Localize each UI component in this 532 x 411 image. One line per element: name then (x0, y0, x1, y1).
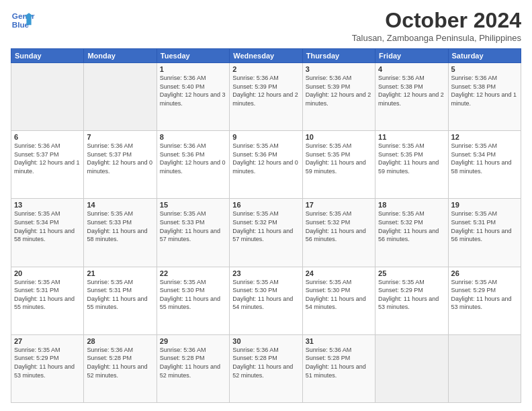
calendar-week-row: 20Sunrise: 5:35 AMSunset: 5:31 PMDayligh… (11, 267, 521, 334)
day-info: Sunrise: 5:35 AMSunset: 5:30 PMDaylight:… (306, 278, 372, 312)
day-info: Sunrise: 5:36 AMSunset: 5:36 PMDaylight:… (160, 142, 226, 175)
calendar-table: SundayMondayTuesdayWednesdayThursdayFrid… (11, 48, 521, 403)
day-number: 5 (451, 65, 518, 73)
calendar-cell: 25Sunrise: 5:35 AMSunset: 5:29 PMDayligh… (375, 267, 448, 334)
calendar-cell (84, 63, 157, 131)
calendar-cell: 5Sunrise: 5:36 AMSunset: 5:38 PMDaylight… (448, 63, 521, 131)
day-info: Sunrise: 5:35 AMSunset: 5:33 PMDaylight:… (160, 210, 226, 243)
day-info: Sunrise: 5:35 AMSunset: 5:33 PMDaylight:… (87, 210, 153, 243)
day-info: Sunrise: 5:35 AMSunset: 5:29 PMDaylight:… (378, 278, 445, 312)
calendar-cell (11, 63, 84, 131)
day-number: 22 (160, 269, 226, 277)
day-number: 21 (87, 269, 153, 277)
day-number: 10 (306, 133, 372, 141)
calendar-cell: 27Sunrise: 5:35 AMSunset: 5:29 PMDayligh… (11, 334, 84, 402)
day-info: Sunrise: 5:35 AMSunset: 5:29 PMDaylight:… (451, 278, 518, 312)
title-block: October 2024 Talusan, Zamboanga Peninsul… (352, 8, 521, 43)
day-number: 28 (87, 337, 153, 345)
calendar-cell: 7Sunrise: 5:36 AMSunset: 5:37 PMDaylight… (84, 131, 157, 199)
day-info: Sunrise: 5:36 AMSunset: 5:37 PMDaylight:… (87, 142, 153, 175)
day-number: 11 (378, 133, 445, 141)
day-number: 14 (87, 201, 153, 209)
calendar-cell: 18Sunrise: 5:35 AMSunset: 5:32 PMDayligh… (375, 199, 448, 267)
calendar-day-header: Wednesday (230, 49, 302, 63)
calendar-week-row: 27Sunrise: 5:35 AMSunset: 5:29 PMDayligh… (11, 334, 521, 402)
day-number: 24 (306, 269, 372, 277)
day-number: 31 (306, 337, 372, 345)
day-number: 13 (14, 201, 81, 209)
day-info: Sunrise: 5:36 AMSunset: 5:37 PMDaylight:… (14, 142, 81, 175)
day-info: Sunrise: 5:35 AMSunset: 5:35 PMDaylight:… (378, 142, 445, 175)
day-info: Sunrise: 5:36 AMSunset: 5:38 PMDaylight:… (378, 74, 445, 107)
location-subtitle: Talusan, Zamboanga Peninsula, Philippine… (352, 33, 521, 43)
day-info: Sunrise: 5:35 AMSunset: 5:31 PMDaylight:… (451, 210, 518, 243)
day-number: 30 (232, 337, 299, 345)
calendar-cell: 16Sunrise: 5:35 AMSunset: 5:32 PMDayligh… (230, 199, 302, 267)
page: General Blue October 2024 Talusan, Zambo… (0, 0, 532, 411)
calendar-cell: 28Sunrise: 5:36 AMSunset: 5:28 PMDayligh… (84, 334, 157, 402)
calendar-cell: 1Sunrise: 5:36 AMSunset: 5:40 PMDaylight… (157, 63, 229, 131)
calendar-cell: 8Sunrise: 5:36 AMSunset: 5:36 PMDaylight… (157, 131, 229, 199)
day-info: Sunrise: 5:35 AMSunset: 5:34 PMDaylight:… (14, 210, 81, 243)
month-year-title: October 2024 (352, 8, 521, 33)
calendar-cell: 14Sunrise: 5:35 AMSunset: 5:33 PMDayligh… (84, 199, 157, 267)
calendar-cell: 26Sunrise: 5:35 AMSunset: 5:29 PMDayligh… (448, 267, 521, 334)
day-info: Sunrise: 5:35 AMSunset: 5:29 PMDaylight:… (14, 346, 81, 379)
calendar-cell: 15Sunrise: 5:35 AMSunset: 5:33 PMDayligh… (157, 199, 229, 267)
calendar-day-header: Sunday (11, 49, 84, 63)
calendar-day-header: Monday (84, 49, 157, 63)
day-number: 1 (160, 65, 226, 73)
day-number: 2 (232, 65, 299, 73)
calendar-day-header: Thursday (302, 49, 375, 63)
header: General Blue October 2024 Talusan, Zambo… (11, 8, 521, 43)
day-info: Sunrise: 5:36 AMSunset: 5:38 PMDaylight:… (451, 74, 518, 107)
calendar-cell: 6Sunrise: 5:36 AMSunset: 5:37 PMDaylight… (11, 131, 84, 199)
day-info: Sunrise: 5:35 AMSunset: 5:30 PMDaylight:… (232, 278, 299, 312)
day-number: 17 (306, 201, 372, 209)
calendar-cell: 19Sunrise: 5:35 AMSunset: 5:31 PMDayligh… (448, 199, 521, 267)
day-number: 20 (14, 269, 81, 277)
calendar-cell: 29Sunrise: 5:36 AMSunset: 5:28 PMDayligh… (157, 334, 229, 402)
calendar-cell: 4Sunrise: 5:36 AMSunset: 5:38 PMDaylight… (375, 63, 448, 131)
day-info: Sunrise: 5:36 AMSunset: 5:28 PMDaylight:… (160, 346, 226, 379)
calendar-cell (448, 334, 521, 402)
day-number: 15 (160, 201, 226, 209)
day-number: 16 (232, 201, 299, 209)
calendar-cell: 10Sunrise: 5:35 AMSunset: 5:35 PMDayligh… (302, 131, 375, 199)
calendar-week-row: 13Sunrise: 5:35 AMSunset: 5:34 PMDayligh… (11, 199, 521, 267)
day-info: Sunrise: 5:35 AMSunset: 5:32 PMDaylight:… (306, 210, 372, 243)
calendar-header-row: SundayMondayTuesdayWednesdayThursdayFrid… (11, 49, 521, 63)
day-number: 19 (451, 201, 518, 209)
logo: General Blue (11, 8, 35, 32)
calendar-cell: 21Sunrise: 5:35 AMSunset: 5:31 PMDayligh… (84, 267, 157, 334)
day-number: 4 (378, 65, 445, 73)
calendar-day-header: Saturday (448, 49, 521, 63)
calendar-week-row: 6Sunrise: 5:36 AMSunset: 5:37 PMDaylight… (11, 131, 521, 199)
calendar-cell: 30Sunrise: 5:36 AMSunset: 5:28 PMDayligh… (230, 334, 302, 402)
day-info: Sunrise: 5:35 AMSunset: 5:31 PMDaylight:… (14, 278, 81, 312)
calendar-cell: 2Sunrise: 5:36 AMSunset: 5:39 PMDaylight… (230, 63, 302, 131)
calendar-cell: 11Sunrise: 5:35 AMSunset: 5:35 PMDayligh… (375, 131, 448, 199)
calendar-day-header: Tuesday (157, 49, 229, 63)
day-info: Sunrise: 5:36 AMSunset: 5:28 PMDaylight:… (306, 346, 372, 379)
day-info: Sunrise: 5:36 AMSunset: 5:40 PMDaylight:… (160, 74, 226, 107)
logo-icon: General Blue (11, 8, 35, 32)
day-number: 6 (14, 133, 81, 141)
calendar-cell: 13Sunrise: 5:35 AMSunset: 5:34 PMDayligh… (11, 199, 84, 267)
day-number: 25 (378, 269, 445, 277)
day-number: 7 (87, 133, 153, 141)
day-number: 3 (306, 65, 372, 73)
calendar-cell: 9Sunrise: 5:35 AMSunset: 5:36 PMDaylight… (230, 131, 302, 199)
day-number: 9 (232, 133, 299, 141)
day-number: 27 (14, 337, 81, 345)
day-info: Sunrise: 5:35 AMSunset: 5:32 PMDaylight:… (232, 210, 299, 243)
day-info: Sunrise: 5:36 AMSunset: 5:28 PMDaylight:… (87, 346, 153, 379)
day-number: 12 (451, 133, 518, 141)
day-number: 23 (232, 269, 299, 277)
day-info: Sunrise: 5:35 AMSunset: 5:36 PMDaylight:… (232, 142, 299, 175)
calendar-cell: 23Sunrise: 5:35 AMSunset: 5:30 PMDayligh… (230, 267, 302, 334)
day-info: Sunrise: 5:36 AMSunset: 5:28 PMDaylight:… (232, 346, 299, 379)
calendar-cell: 17Sunrise: 5:35 AMSunset: 5:32 PMDayligh… (302, 199, 375, 267)
calendar-day-header: Friday (375, 49, 448, 63)
day-number: 26 (451, 269, 518, 277)
